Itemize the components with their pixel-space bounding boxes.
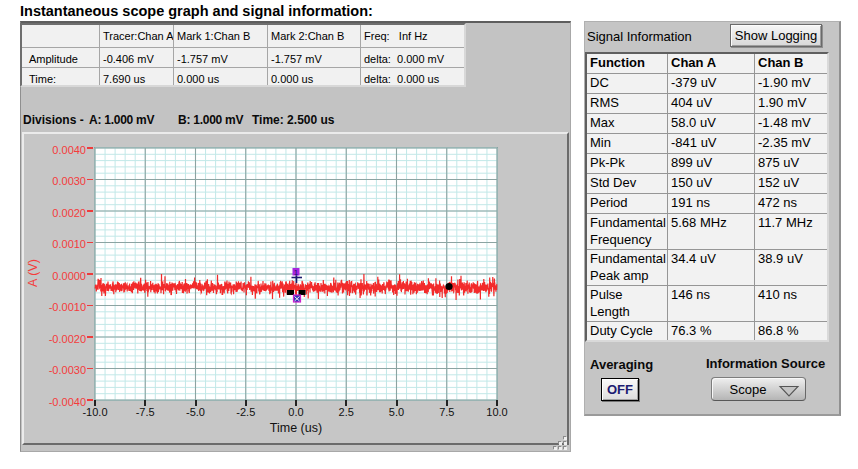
svg-text:1: 1 [294,268,299,277]
